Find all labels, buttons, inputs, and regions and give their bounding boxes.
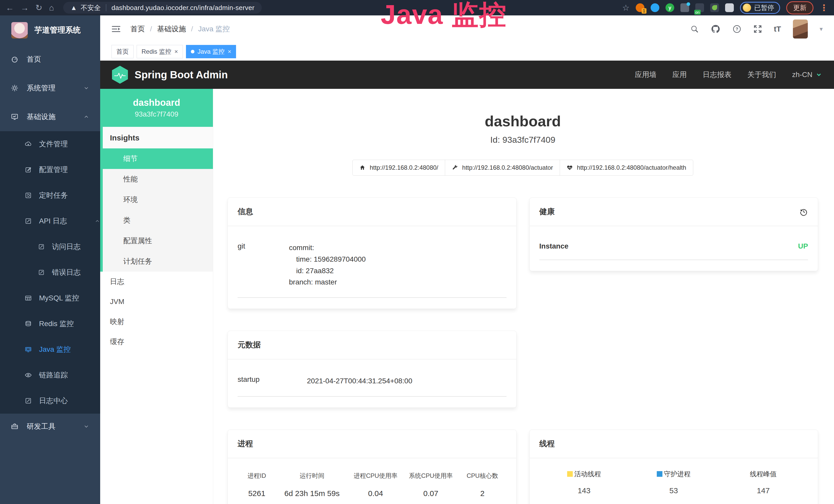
sidebar-item-api-log[interactable]: API 日志: [0, 208, 100, 234]
active-dot: [191, 50, 194, 53]
sidebar-item-dev-tools[interactable]: 研发工具: [0, 414, 100, 439]
sidebar-item-system[interactable]: 系统管理: [0, 74, 100, 102]
app-logo-row[interactable]: 芋道管理系统: [0, 16, 100, 45]
service-url-button[interactable]: http://192.168.0.2:48080/: [352, 160, 445, 176]
sba-item-metrics[interactable]: 性能: [103, 169, 213, 189]
forward-icon[interactable]: →: [21, 4, 29, 12]
card-title: 元数据: [238, 340, 261, 350]
sidebar-item-trace[interactable]: 链路追踪: [0, 362, 100, 388]
address-bar[interactable]: ▲ 不安全 dashboard.yudao.iocoder.cn/infra/a…: [63, 2, 262, 14]
hamburger-icon[interactable]: [111, 25, 121, 33]
extensions-puzzle-icon[interactable]: [725, 3, 734, 12]
tab-home[interactable]: 首页: [111, 45, 134, 58]
col-header: 进程CPU使用率: [348, 472, 403, 480]
sba-item-environment[interactable]: 环境: [103, 189, 213, 210]
paused-profile-chip[interactable]: 已暂停: [740, 2, 780, 14]
browser-toolbar: ☆ 1 y on 已暂停 更新 ⋮: [622, 1, 828, 15]
monitor-icon: [25, 346, 32, 353]
extension-list-icon[interactable]: on: [695, 3, 704, 12]
extension-leaf-icon[interactable]: [710, 3, 719, 12]
sidebar-item-redis-monitor[interactable]: Redis 监控: [0, 311, 100, 337]
home-icon: [359, 165, 366, 171]
health-url-button[interactable]: http://192.168.0.2:48080/actuator/health: [560, 160, 693, 176]
sidebar-item-config-manage[interactable]: 配置管理: [0, 157, 100, 183]
svg-text:?: ?: [736, 27, 738, 31]
close-icon[interactable]: ×: [227, 48, 231, 55]
breadcrumb-current: Java 监控: [198, 24, 230, 34]
sba-item-scheduled-tasks[interactable]: 计划任务: [103, 251, 213, 272]
font-size-icon[interactable]: tT: [774, 25, 781, 33]
extension-grid-icon[interactable]: [680, 3, 689, 12]
fullscreen-icon[interactable]: [753, 25, 762, 33]
page-title: dashboard: [227, 112, 818, 130]
browser-update-button[interactable]: 更新: [786, 1, 813, 15]
github-icon[interactable]: [711, 24, 721, 34]
tag-tabbar: 首页 Redis 监控× Java 监控×: [100, 42, 834, 61]
card-title: 健康: [540, 206, 555, 217]
legend-value: 143: [540, 486, 629, 495]
sidebar-item-java-monitor[interactable]: Java 监控: [0, 337, 100, 362]
threads-card: 线程 活动线程 143 守护进程 53: [529, 430, 818, 504]
sba-item-mappings[interactable]: 映射: [100, 312, 213, 332]
sba-navbar: Spring Boot Admin 应用墙 应用 日志报表 关于我们 zh-CN: [100, 61, 834, 89]
sidebar-item-log-center[interactable]: 日志中心: [0, 388, 100, 414]
sba-item-caches[interactable]: 缓存: [100, 332, 213, 352]
user-avatar[interactable]: [793, 20, 808, 39]
close-icon[interactable]: ×: [174, 48, 178, 55]
search-icon[interactable]: [690, 25, 699, 33]
process-card: 进程 进程ID 运行时间 进程CPU使用率 系统CPU使用率 CPU核心数 52…: [227, 430, 517, 504]
sba-logo-icon[interactable]: [112, 66, 128, 84]
instance-header[interactable]: dashboard 93a3fc7f7409: [100, 89, 213, 127]
sidebar-item-file-manage[interactable]: 文件管理: [0, 131, 100, 157]
sidebar-item-cron-job[interactable]: 定时任务: [0, 183, 100, 208]
legend-value: 147: [719, 486, 808, 495]
stack-icon: [25, 320, 32, 327]
user-menu-caret-icon[interactable]: ▾: [820, 25, 823, 32]
tab-redis-monitor[interactable]: Redis 监控×: [137, 45, 183, 58]
sba-nav: 应用墙 应用 日志报表 关于我们 zh-CN: [635, 70, 822, 79]
info-key: git: [238, 242, 289, 288]
sba-nav-applications[interactable]: 应用: [673, 70, 687, 79]
sidebar-item-infra[interactable]: 基础设施: [0, 102, 100, 131]
security-label[interactable]: 不安全: [81, 3, 101, 12]
cell-uptime: 6d 23h 15m 59s: [276, 489, 348, 498]
sba-nav-about[interactable]: 关于我们: [747, 70, 776, 79]
breadcrumb-home[interactable]: 首页: [130, 24, 145, 34]
breadcrumb-infra[interactable]: 基础设施: [157, 24, 186, 34]
main-column: 首页 / 基础设施 / Java 监控 ? tT ▾ 首页: [100, 16, 834, 504]
table-icon: [25, 295, 32, 302]
sba-item-jvm[interactable]: JVM: [100, 292, 213, 312]
cell-process-cpu: 0.04: [348, 489, 403, 498]
sidebar-item-mysql-monitor[interactable]: MySQL 监控: [0, 285, 100, 311]
bookmark-star-icon[interactable]: ☆: [622, 3, 630, 13]
browser-menu-icon[interactable]: ⋮: [820, 3, 828, 13]
sba-item-details[interactable]: 细节: [103, 148, 213, 169]
sba-nav-wallboard[interactable]: 应用墙: [635, 70, 657, 79]
col-header: CPU核心数: [459, 472, 506, 480]
history-icon[interactable]: [799, 207, 808, 216]
sba-item-config-props[interactable]: 配置属性: [103, 231, 213, 251]
sidebar-item-error-log[interactable]: 错误日志: [0, 259, 100, 285]
sba-language-select[interactable]: zh-CN: [792, 71, 822, 79]
sba-item-classes[interactable]: 类: [103, 210, 213, 231]
sba-brand[interactable]: Spring Boot Admin: [135, 69, 228, 81]
info-card: 信息 git commit: time: 1596289704000 id: 2…: [227, 198, 517, 309]
back-icon[interactable]: ←: [6, 4, 14, 12]
extension-y-icon[interactable]: y: [665, 3, 674, 12]
sba-nav-journal[interactable]: 日志报表: [703, 70, 731, 79]
card-title: 进程: [238, 438, 253, 449]
browser-home-icon[interactable]: ⌂: [49, 4, 54, 12]
info-row-git: git commit: time: 1596289704000 id: 27aa…: [238, 242, 506, 298]
cell-system-cpu: 0.07: [403, 489, 459, 498]
app-logo: [11, 22, 28, 39]
actuator-url-button[interactable]: http://192.168.0.2:48080/actuator: [445, 160, 560, 176]
tab-java-monitor[interactable]: Java 监控×: [186, 45, 236, 58]
extension-pin-icon[interactable]: [651, 3, 659, 12]
sidebar-item-home[interactable]: 首页: [0, 45, 100, 74]
reload-icon[interactable]: ↻: [36, 4, 42, 12]
help-icon[interactable]: ?: [732, 24, 742, 33]
url-text[interactable]: dashboard.yudao.iocoder.cn/infra/admin-s…: [111, 4, 255, 12]
sidebar-item-access-log[interactable]: 访问日志: [0, 234, 100, 259]
extension-orange-icon[interactable]: 1: [636, 3, 644, 12]
sba-item-logs[interactable]: 日志: [100, 272, 213, 292]
